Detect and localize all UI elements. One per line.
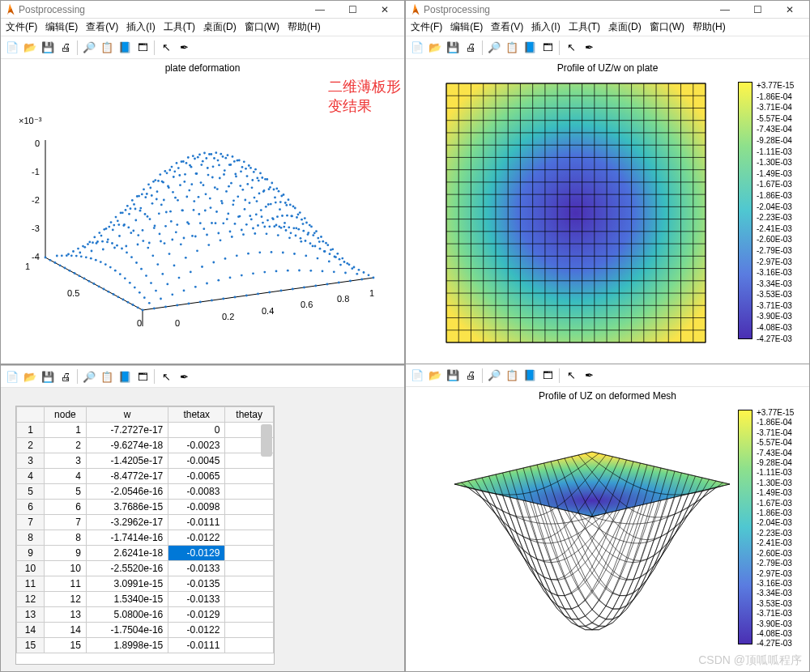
save-icon[interactable]: 💾 [40, 40, 56, 56]
max-button[interactable]: ☐ [336, 1, 369, 19]
open-icon[interactable]: 📂 [427, 368, 443, 384]
layout2-icon[interactable]: 📘 [522, 40, 538, 56]
svg-point-260 [200, 164, 202, 166]
table-row[interactable]: 11-7.2727e-170 [17, 423, 274, 438]
open-icon[interactable]: 📂 [22, 368, 38, 385]
edit-icon[interactable]: ✒ [581, 368, 597, 384]
table-row[interactable]: 15151.8998e-15-0.0111 [17, 638, 274, 653]
col-header[interactable]: thetay [225, 407, 274, 423]
col-header[interactable]: node [45, 407, 87, 423]
menu-help[interactable]: 帮助(H) [693, 20, 726, 34]
table-row[interactable]: 663.7686e-15-0.0098 [17, 500, 274, 515]
menu-file[interactable]: 文件(F) [411, 20, 442, 34]
zoom-icon[interactable]: 🔎 [486, 368, 502, 384]
min-button[interactable]: — [304, 1, 336, 19]
new-icon[interactable]: 📄 [4, 368, 20, 385]
pointer-icon[interactable]: ↖ [563, 40, 579, 56]
table-row[interactable]: 1414-1.7504e-16-0.0122 [17, 623, 274, 638]
svg-point-332 [305, 255, 307, 257]
menu-help[interactable]: 帮助(H) [288, 20, 321, 34]
table-row[interactable]: 44-8.4772e-17-0.0065 [17, 469, 274, 484]
col-header[interactable] [17, 407, 45, 423]
layout2-icon[interactable]: 📘 [117, 40, 133, 56]
data-table[interactable]: nodewthetaxthetay11-7.2727e-17022-9.6274… [15, 406, 275, 665]
max-button[interactable]: ☐ [741, 1, 774, 19]
open-icon[interactable]: 📂 [427, 40, 443, 56]
pointer-icon[interactable]: ↖ [158, 40, 174, 56]
layout3-icon[interactable]: 🗔 [134, 40, 151, 56]
plot-heatmap[interactable]: Profile of UZ/w on plate +3.77E-15-1.86E… [406, 59, 809, 364]
table-row[interactable]: 1010-2.5520e-16-0.0133 [17, 561, 274, 576]
print-icon[interactable]: 🖨 [58, 368, 74, 385]
table-row[interactable]: 55-2.0546e-16-0.0083 [17, 484, 274, 500]
min-button[interactable]: — [709, 1, 741, 19]
svg-point-273 [251, 186, 254, 189]
close-button[interactable]: ✕ [774, 1, 806, 19]
menu-tools[interactable]: 工具(T) [569, 20, 600, 34]
table-row[interactable]: 77-3.2962e-17-0.0111 [17, 515, 274, 530]
save-icon[interactable]: 💾 [40, 368, 56, 385]
new-icon[interactable]: 📄 [409, 40, 425, 56]
table-row[interactable]: 12121.5340e-15-0.0133 [17, 592, 274, 607]
col-header[interactable]: thetax [168, 407, 225, 423]
print-icon[interactable]: 🖨 [463, 368, 479, 384]
svg-point-118 [96, 242, 98, 245]
menu-window[interactable]: 窗口(W) [650, 20, 684, 34]
zoom-icon[interactable]: 🔎 [81, 368, 97, 385]
menu-tools[interactable]: 工具(T) [164, 20, 195, 34]
scrollbar[interactable] [261, 424, 272, 457]
print-icon[interactable]: 🖨 [58, 40, 74, 56]
menu-file[interactable]: 文件(F) [6, 20, 37, 34]
print-icon[interactable]: 🖨 [463, 40, 479, 56]
layout1-icon[interactable]: 📋 [99, 368, 115, 385]
pointer-icon[interactable]: ↖ [563, 368, 579, 384]
menu-view[interactable]: 查看(V) [86, 20, 118, 34]
layout3-icon[interactable]: 🗔 [539, 40, 556, 56]
table-row[interactable]: 13135.0800e-16-0.0129 [17, 607, 274, 623]
save-icon[interactable]: 💾 [445, 368, 461, 384]
edit-icon[interactable]: ✒ [176, 40, 192, 56]
svg-point-209 [221, 202, 224, 205]
table-row[interactable]: 33-1.4205e-17-0.0045 [17, 453, 274, 469]
layout1-icon[interactable]: 📋 [504, 368, 520, 384]
layout1-icon[interactable]: 📋 [99, 40, 115, 56]
table-row[interactable]: 11113.0991e-15-0.0135 [17, 576, 274, 592]
edit-icon[interactable]: ✒ [176, 368, 192, 385]
pointer-icon[interactable]: ↖ [158, 368, 174, 385]
titlebar-left[interactable]: Postprocessing — ☐ ✕ [1, 1, 404, 19]
new-icon[interactable]: 📄 [409, 368, 425, 384]
zoom-icon[interactable]: 🔎 [81, 40, 97, 56]
layout2-icon[interactable]: 📘 [117, 368, 133, 385]
zoom-icon[interactable]: 🔎 [486, 40, 502, 56]
menu-window[interactable]: 窗口(W) [245, 20, 279, 34]
menu-desktop[interactable]: 桌面(D) [608, 20, 642, 34]
close-button[interactable]: ✕ [369, 1, 401, 19]
menu-desktop[interactable]: 桌面(D) [203, 20, 237, 34]
svg-point-340 [266, 178, 268, 181]
svg-point-158 [128, 213, 130, 215]
table-row[interactable]: 992.6241e-18-0.0129 [17, 546, 274, 561]
open-icon[interactable]: 📂 [22, 40, 38, 56]
save-icon[interactable]: 💾 [445, 40, 461, 56]
layout2-icon[interactable]: 📘 [522, 368, 538, 384]
edit-icon[interactable]: ✒ [581, 40, 597, 56]
svg-point-140 [102, 249, 104, 251]
layout3-icon[interactable]: 🗔 [539, 368, 556, 384]
titlebar-right[interactable]: Postprocessing — ☐ ✕ [406, 1, 809, 19]
col-header[interactable]: w [86, 407, 168, 423]
menu-insert[interactable]: 插入(I) [531, 20, 560, 34]
layout3-icon[interactable]: 🗔 [134, 368, 151, 385]
layout1-icon[interactable]: 📋 [504, 40, 520, 56]
table-row[interactable]: 88-1.7414e-16-0.0122 [17, 530, 274, 546]
svg-point-427 [297, 228, 300, 231]
menu-view[interactable]: 查看(V) [491, 20, 523, 34]
menu-edit[interactable]: 编辑(E) [45, 20, 78, 34]
plot-surface[interactable]: Profile of UZ on deformed Mesh +3.77E-15… [406, 387, 809, 671]
menu-edit[interactable]: 编辑(E) [450, 20, 483, 34]
menu-insert[interactable]: 插入(I) [126, 20, 155, 34]
svg-point-131 [146, 193, 148, 195]
new-icon[interactable]: 📄 [4, 40, 20, 56]
plot-deformation[interactable]: plate deformation 二维薄板形变结果 ×10⁻³ 0 -1 -2… [1, 59, 404, 364]
svg-point-271 [261, 215, 263, 218]
table-row[interactable]: 22-9.6274e-18-0.0023 [17, 438, 274, 453]
